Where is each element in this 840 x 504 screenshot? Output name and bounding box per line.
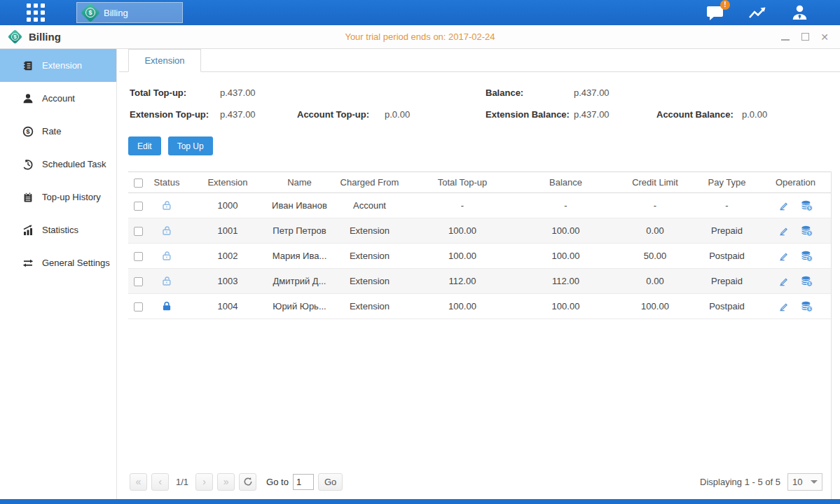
cell-total-topup: 112.00: [410, 269, 515, 294]
cell-name: Юрий Юрь...: [270, 294, 329, 319]
taskbar-tab-billing[interactable]: $ Billing: [76, 2, 183, 23]
content-area: Extension Total Top-up: p.437.00 Balance…: [117, 49, 840, 499]
edit-row-icon[interactable]: [778, 276, 789, 286]
row-checkbox[interactable]: [134, 277, 143, 286]
topup-row-icon[interactable]: $: [801, 200, 813, 211]
col-total-topup: Total Top-up: [410, 172, 515, 193]
unlocked-icon: [161, 275, 172, 287]
taskbar-tab-label: Billing: [104, 8, 128, 18]
sidebar-item-label: Account: [42, 93, 75, 104]
page-indicator: 1/1: [176, 477, 188, 487]
edit-row-icon[interactable]: [778, 225, 789, 236]
status-lock-icon: [161, 250, 172, 260]
cell-charged-from: Extension: [329, 294, 410, 319]
sidebar-item-extension[interactable]: Extension: [0, 49, 116, 82]
cell-charged-from: Extension: [329, 269, 410, 294]
topup-row-icon[interactable]: $: [801, 300, 813, 312]
history-clock-icon: [22, 159, 34, 170]
cell-balance: 100.00: [515, 218, 617, 244]
app-grid-icon[interactable]: [27, 4, 45, 22]
tab-bar: Extension: [119, 49, 840, 72]
sidebar-item-topup-history[interactable]: Top-up History: [0, 181, 116, 214]
prev-page-button[interactable]: ‹: [151, 473, 169, 491]
row-checkbox[interactable]: [134, 202, 143, 211]
col-balance: Balance: [515, 172, 617, 193]
notification-badge: !: [720, 0, 730, 10]
tab-extension[interactable]: Extension: [128, 49, 201, 72]
cell-total-topup: 100.00: [410, 218, 515, 244]
cell-charged-from: Extension: [329, 244, 410, 269]
billing-summary: Total Top-up: p.437.00 Balance: p.437.00…: [128, 72, 832, 135]
status-lock-icon: [161, 225, 172, 235]
sidebar-item-scheduled-task[interactable]: Scheduled Task: [0, 148, 116, 181]
sidebar-item-account[interactable]: Account: [0, 82, 116, 115]
last-page-button[interactable]: »: [217, 473, 235, 491]
extension-grid: Status Extension Name Charged From Total…: [128, 172, 832, 499]
trial-notice: Your trial period ends on: 2017-02-24: [0, 31, 840, 42]
cell-credit-limit: 0.00: [617, 269, 694, 294]
col-credit-limit: Credit Limit: [617, 172, 694, 193]
maximize-button[interactable]: [799, 31, 811, 43]
refresh-icon: [243, 477, 253, 486]
bar-chart-icon: [22, 225, 34, 236]
cell-name: Иван Иванов: [270, 193, 329, 218]
sidebar-item-statistics[interactable]: Statistics: [0, 214, 116, 246]
edit-row-icon[interactable]: [778, 301, 789, 312]
topup-row-icon[interactable]: $: [801, 225, 813, 237]
chat-icon[interactable]: !: [706, 4, 724, 21]
go-button[interactable]: Go: [318, 473, 343, 491]
table-row[interactable]: 1003Дмитрий Д...Extension112.00112.000.0…: [128, 269, 831, 294]
col-name: Name: [270, 172, 329, 193]
next-page-button[interactable]: ›: [195, 473, 213, 491]
locked-icon: [161, 300, 172, 312]
account-topup-label: Account Top-up:: [297, 109, 385, 120]
edit-row-icon[interactable]: [778, 251, 789, 261]
table-row[interactable]: 1001Петр ПетровExtension100.00100.000.00…: [128, 218, 831, 244]
edit-row-icon[interactable]: [778, 200, 789, 211]
user-icon[interactable]: [791, 4, 808, 21]
edit-button[interactable]: Edit: [128, 136, 161, 155]
table-header-row: Status Extension Name Charged From Total…: [128, 172, 831, 193]
sliders-icon: [22, 258, 34, 269]
minimize-button[interactable]: [780, 31, 791, 43]
displaying-text: Displaying 1 - 5 of 5: [700, 477, 780, 487]
col-extension: Extension: [186, 172, 270, 193]
window-titlebar: $ Billing Your trial period ends on: 201…: [0, 25, 840, 49]
table-row[interactable]: 1000Иван ИвановAccount----$: [128, 193, 831, 218]
row-checkbox[interactable]: [134, 252, 143, 261]
cell-name: Мария Ива...: [270, 244, 329, 269]
first-page-button[interactable]: «: [130, 473, 147, 491]
table-row[interactable]: 1002Мария Ива...Extension100.00100.0050.…: [128, 244, 831, 269]
select-all-checkbox[interactable]: [134, 178, 143, 188]
cell-balance: 100.00: [515, 244, 617, 269]
line-chart-icon[interactable]: [748, 4, 767, 21]
person-icon: [22, 93, 34, 104]
refresh-button[interactable]: [239, 473, 256, 491]
account-balance-label: Account Balance:: [656, 109, 742, 120]
sidebar-item-rate[interactable]: $ Rate: [0, 115, 116, 148]
cell-extension: 1000: [186, 193, 270, 218]
table-row[interactable]: 1004Юрий Юрь...Extension100.00100.00100.…: [128, 294, 831, 319]
cell-credit-limit: 50.00: [617, 244, 694, 269]
total-topup-value: p.437.00: [220, 88, 297, 98]
sidebar-item-label: Statistics: [42, 225, 78, 235]
sidebar: Extension Account $ Rate Scheduled Task: [0, 49, 117, 499]
page-size-select[interactable]: 10: [787, 473, 822, 491]
notepad-icon: [22, 192, 34, 203]
cell-pay-type: Postpaid: [694, 244, 760, 269]
balance-label: Balance:: [486, 88, 574, 98]
row-checkbox[interactable]: [134, 227, 143, 236]
cell-charged-from: Extension: [329, 218, 410, 244]
cell-extension: 1004: [186, 294, 270, 319]
top-up-button[interactable]: Top Up: [168, 136, 213, 155]
sidebar-item-general-settings[interactable]: General Settings: [0, 246, 116, 279]
account-balance-value: p.0.00: [742, 109, 832, 120]
total-topup-label: Total Top-up:: [130, 88, 220, 98]
close-button[interactable]: ✕: [819, 31, 830, 43]
goto-page-input[interactable]: [293, 474, 314, 490]
topup-row-icon[interactable]: $: [801, 275, 813, 287]
cell-pay-type: Postpaid: [694, 294, 760, 319]
row-checkbox[interactable]: [134, 302, 143, 312]
topup-row-icon[interactable]: $: [801, 250, 813, 262]
col-status: Status: [148, 172, 186, 193]
